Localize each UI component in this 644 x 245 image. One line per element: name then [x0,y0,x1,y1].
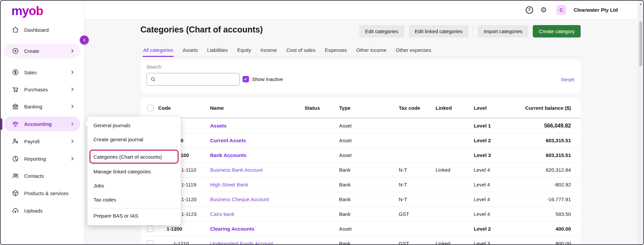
menu-item-jobs[interactable]: Jobs [87,178,181,192]
chevron-right-icon [70,138,76,144]
tab-income[interactable]: Income [260,46,277,57]
search-panel: Search ✔ Show inactive Reset [140,60,581,94]
avatar[interactable]: C [556,5,566,15]
menu-item[interactable] [87,146,181,147]
cell-code: 1-1200 [158,226,210,232]
search-icon [150,76,156,82]
gear-icon[interactable]: ⚙ [540,6,547,14]
select-all-checkbox[interactable] [147,105,153,111]
tab-all-categories[interactable]: All categories [143,46,174,57]
action-button-edit-categories[interactable]: Edit categories [359,25,404,37]
sidebar-item-dashboard[interactable]: Dashboard [4,22,80,37]
menu-item-general-journals[interactable]: General journals [87,118,181,132]
show-inactive-checkbox[interactable]: ✔ [243,76,249,82]
cell-balance: 620,312.84 [522,167,571,173]
cell-name: Clearing Accounts [210,226,305,232]
cell-tax-code: GST [399,241,436,245]
cell-balance: 800.00 [522,241,571,245]
box-icon [11,189,19,197]
accounting-flyout-menu: General journalsCreate general journalCa… [87,117,181,225]
tab-equity[interactable]: Equity [237,46,252,57]
tab-expenses[interactable]: Expenses [324,46,347,57]
chevron-right-icon [70,103,76,109]
app-window: myob Dashboard Create Sales Purchases [0,0,644,245]
cell-level: Level 4 [474,211,522,217]
tab-cost-of-sales[interactable]: Cost of sales [286,46,316,57]
reset-link[interactable]: Reset [561,77,574,82]
cell-type: Bank [339,196,399,202]
chevron-right-icon [70,156,76,162]
table-row: 100 Bank Accounts Asset Level 3 603,315.… [140,148,581,163]
cell-name: High Street Bank [210,182,305,187]
column-header-current-balance: Current balance ($) [522,105,571,111]
sidebar-item-reporting[interactable]: Reporting [4,151,80,166]
column-header-tax-code: Tax code [399,105,436,111]
action-button-edit-linked-categories[interactable]: Edit linked categories [409,25,469,37]
action-button-import-categories[interactable]: Import categories [477,25,528,37]
myob-logo: myob [11,4,43,18]
cell-type: Bank [339,182,399,187]
company-name: Clearwater Pty Ltd [574,7,618,13]
dollar-circle-icon [11,68,19,76]
bank-icon [11,102,19,110]
tab-other-expenses[interactable]: Other expenses [395,46,432,57]
menu-item-categories-chart-of-accounts[interactable]: Categories (Chart of accounts) [89,150,179,164]
sidebar-item-banking[interactable]: Banking [4,99,80,114]
tab-other-income[interactable]: Other income [356,46,387,57]
action-button-create-category[interactable]: Create category [533,25,581,37]
vertical-scrollbar[interactable]: ▲ [638,1,643,244]
show-inactive-label: Show inactive [252,76,283,82]
cell-type: Bank [339,211,399,217]
chevron-right-icon [70,69,76,75]
topbar: ? ⚙ C Clearwater Pty Ltd [84,1,638,19]
cell-name: Business Bank Account [210,167,305,173]
search-input[interactable] [146,73,240,86]
active-item-indicator [1,118,2,130]
cell-name: Cairo bank [210,211,305,217]
cell-level: Level 4 [474,182,522,187]
scrollbar-thumb[interactable] [639,21,642,66]
sidebar-item-create[interactable]: Create [4,44,80,58]
row-checkbox[interactable] [147,240,153,245]
scroll-up-arrow[interactable]: ▲ [639,2,642,6]
page-title: Categories (Chart of accounts) [140,25,263,34]
category-tabs: All categoriesAssetsLiabilitiesEquityInc… [140,46,581,57]
cell-tax-code: N-T [399,196,436,202]
menu-item-create-general-journal[interactable]: Create general journal [87,132,181,146]
sidebar-item-accounting[interactable]: Accounting [4,116,80,131]
cell-balance: 583.50 [522,211,571,217]
menu-item-manage-linked-categories[interactable]: Manage linked categories [87,164,181,178]
cell-tax-code: N-T [399,182,436,187]
menu-item-prepare-bas-or-ias[interactable]: Prepare BAS or IAS [87,209,181,223]
chevron-right-icon [70,86,76,92]
tab-assets[interactable]: Assets [182,46,198,57]
sidebar-item-purchases[interactable]: Purchases [4,82,80,97]
row-checkbox[interactable] [147,226,153,232]
cell-level: Level 4 [474,196,522,202]
chevron-left-icon [82,37,87,43]
cell-name: Current Assets [210,138,305,143]
table-header-row: CodeNameStatusTypeTax codeLinkedLevelCur… [140,98,581,118]
cell-linked: Linked [436,241,474,245]
home-icon [11,26,19,34]
column-header-code: Code [158,105,210,111]
sidebar-item-payroll[interactable]: Payroll [4,134,80,149]
sidebar-collapse-button[interactable] [80,35,89,45]
help-icon[interactable]: ? [526,6,533,14]
cell-type: Asset [339,138,399,143]
action-button[interactable] [473,25,473,37]
table-row: 1-1119 High Street Bank Bank N-T Level 4… [140,177,581,192]
cell-name: Business Cheque Account [210,196,305,202]
sidebar-item-contacts[interactable]: Contacts [4,168,80,183]
cell-level: Level 2 [474,138,522,143]
table-row: 1-1110 Business Bank Account Bank N-T Li… [140,163,581,177]
table-row: 1-1210 Undeposited Funds Account Bank GS… [140,236,581,245]
show-inactive-toggle: ✔ Show inactive [243,76,283,82]
sidebar-item-sales[interactable]: Sales [4,65,80,80]
sidebar-item-products-services[interactable]: Products & services [4,186,80,200]
menu-item-tax-codes[interactable]: Tax codes [87,192,181,207]
tab-liabilities[interactable]: Liabilities [207,46,228,57]
column-header-type: Type [339,105,399,111]
sidebar-item-uploads[interactable]: Uploads [4,203,80,218]
payroll-icon [11,137,19,145]
